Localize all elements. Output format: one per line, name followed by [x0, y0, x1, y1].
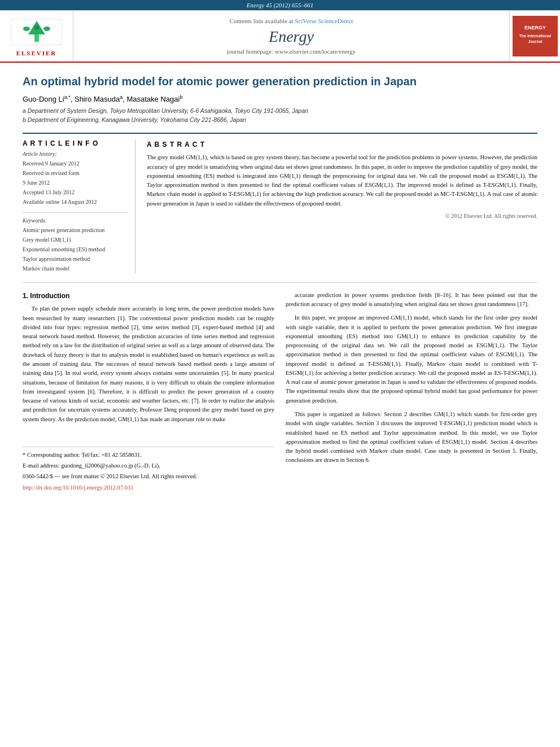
svg-point-3	[23, 27, 30, 31]
abstract-label: A B S T R A C T	[147, 139, 537, 150]
abstract-text: The grey model GM(1,1), which is based o…	[147, 153, 537, 208]
footnote-area: * Corresponding author. Tel/fax: +81 42 …	[23, 447, 274, 492]
info-abstract-row: A R T I C L E I N F O Article history: R…	[23, 133, 537, 273]
article-info-label: A R T I C L E I N F O	[23, 139, 128, 147]
author-sup-3: b	[180, 94, 182, 100]
svg-point-5	[34, 25, 39, 30]
main-content: An optimal hybrid model for atomic power…	[0, 63, 560, 505]
doi-link[interactable]: http://dx.doi.org/10.1016/j.energy.2012.…	[23, 484, 133, 491]
svg-text:ENERGY: ENERGY	[524, 25, 545, 30]
col-right: accurate prediction in power systems pre…	[286, 291, 537, 494]
accepted-date: Accepted 13 July 2012	[23, 187, 128, 197]
elsevier-logo-area: ELSEVIER	[0, 11, 73, 62]
info-divider	[23, 212, 128, 213]
svg-text:Journal: Journal	[528, 40, 542, 43]
affiliation-a: a Department of System Design, Tokyo Met…	[23, 107, 537, 116]
intro-para4: This paper is organized as follows: Sect…	[286, 410, 537, 465]
keywords-list: Atomic power generation prediction Grey …	[23, 225, 128, 273]
keywords-label: Keywords:	[23, 217, 128, 224]
svg-rect-1	[34, 33, 39, 42]
body-columns: 1. Introduction To plan the power supply…	[23, 282, 537, 494]
journal-homepage: journal homepage: www.elsevier.com/locat…	[227, 48, 356, 55]
elsevier-brand-text: ELSEVIER	[16, 50, 57, 56]
keyword-4: Taylor approximation method	[23, 254, 128, 264]
keyword-2: Grey model GM(1,1)	[23, 235, 128, 244]
intro-para3: In this paper, we propose an improved GM…	[286, 313, 537, 405]
intro-heading: 1. Introduction	[23, 291, 274, 302]
received-revised-date: 9 June 2012	[23, 178, 128, 187]
copyright-note: © 2012 Elsevier Ltd. All rights reserved…	[147, 212, 537, 221]
journal-title: Energy	[269, 28, 314, 46]
article-info: A R T I C L E I N F O Article history: R…	[23, 139, 135, 273]
authors-line: Guo-Dong Lia,*, Shiro Masudaa, Masatake …	[23, 94, 537, 103]
received-date: Received 9 January 2012	[23, 159, 128, 168]
paper-title: An optimal hybrid model for atomic power…	[23, 74, 537, 89]
author-sup-1: a,*	[64, 94, 71, 100]
affiliations: a Department of System Design, Tokyo Met…	[23, 107, 537, 125]
energy-logo-box: ENERGY The International Journal	[513, 16, 558, 56]
svg-point-4	[43, 27, 50, 31]
author-name-3: Masatake Nagai	[126, 95, 180, 103]
abstract-section: A B S T R A C T The grey model GM(1,1), …	[147, 139, 537, 273]
energy-logo-icon: ENERGY The International Journal	[518, 19, 552, 50]
keyword-5: Markov chain model	[23, 264, 128, 273]
energy-logo-right: ENERGY The International Journal	[509, 11, 560, 62]
affiliation-b: b Department of Engineering, Kanagawa Un…	[23, 116, 537, 125]
issn-note: 0360-5442/$ — see front matter © 2012 El…	[23, 472, 274, 481]
corresponding-note: * Corresponding author. Tel/fax: +81 42 …	[23, 451, 274, 460]
journal-center: Contents lists available at SciVerse Sci…	[73, 11, 509, 62]
keyword-3: Exponential smoothing (ES) method	[23, 244, 128, 254]
article-dates: Received 9 January 2012 Received in revi…	[23, 159, 128, 207]
journal-header: ELSEVIER Contents lists available at Sci…	[0, 10, 560, 63]
history-label: Article history:	[23, 151, 128, 157]
journal-ref-text: Energy 45 (2012) 655–661	[247, 2, 313, 8]
intro-para1: To plan the power supply schedule more a…	[23, 304, 274, 423]
col-left: 1. Introduction To plan the power supply…	[23, 291, 274, 494]
page: Energy 45 (2012) 655–661 ELSEVIER	[0, 0, 560, 747]
svg-text:The International: The International	[519, 34, 550, 38]
keyword-1: Atomic power generation prediction	[23, 225, 128, 235]
author-name-1: Guo-Dong Li	[23, 95, 64, 103]
journal-ref-bar: Energy 45 (2012) 655–661	[0, 0, 560, 10]
doi-note: http://dx.doi.org/10.1016/j.energy.2012.…	[23, 483, 274, 492]
available-date: Available online 14 August 2012	[23, 197, 128, 207]
email-note: E-mail address: guodong_li2006@yahoo.co.…	[23, 461, 274, 470]
elsevier-logo-icon	[8, 16, 65, 47]
received-revised-label: Received in revised form	[23, 168, 128, 178]
sciverse-link[interactable]: SciVerse ScienceDirect	[295, 18, 353, 24]
author-name-2: Shiro Masuda	[75, 95, 120, 103]
intro-para2: accurate prediction in power systems pre…	[286, 291, 537, 309]
keywords-section: Keywords: Atomic power generation predic…	[23, 217, 128, 273]
sciverse-text: Contents lists available at SciVerse Sci…	[230, 18, 353, 24]
author-sup-2: a	[120, 94, 123, 100]
